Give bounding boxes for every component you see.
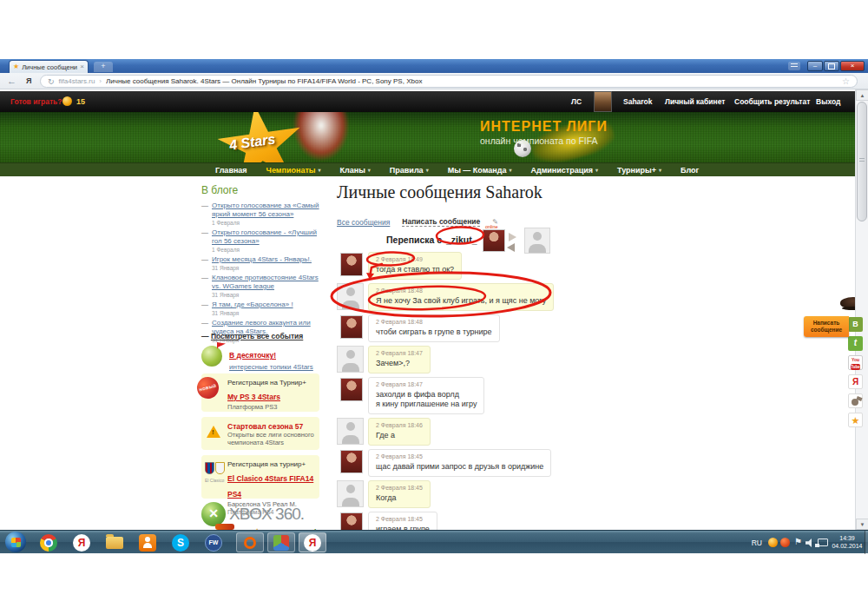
avatar-saharok[interactable] xyxy=(340,315,363,339)
nav-item-championships[interactable]: Чемпионаты xyxy=(266,166,321,175)
taskbar-explorer-icon[interactable] xyxy=(104,532,125,552)
avatar-zikut[interactable] xyxy=(337,283,364,310)
taskbar-chrome-icon[interactable] xyxy=(38,532,59,552)
youtube-icon[interactable]: You Tube xyxy=(848,355,863,370)
blog-link[interactable]: Открыто голосование за «Самый яркий моме… xyxy=(212,202,325,219)
nav-item-rules[interactable]: Правила xyxy=(390,166,429,175)
nav-item-tournaments[interactable]: Турниры+ xyxy=(617,166,661,175)
tab-close-icon[interactable]: × xyxy=(80,63,84,70)
top10-link[interactable]: В десяточку! xyxy=(229,351,276,360)
nav-item-clans[interactable]: Кланы xyxy=(340,166,371,175)
new-tab-button[interactable]: + xyxy=(94,62,113,72)
vk-icon[interactable]: В xyxy=(848,317,863,332)
taskbar-yandex-browser-active-icon[interactable]: Я xyxy=(299,532,326,552)
star-icon[interactable]: ★ xyxy=(848,413,863,427)
topbar-link-username[interactable]: Saharok xyxy=(623,97,653,106)
topbar-link-exit[interactable]: Выход xyxy=(816,97,840,106)
top10-sub-link[interactable]: интересные топики 4Stars xyxy=(229,363,313,371)
scroll-up-icon[interactable]: ▲ xyxy=(856,89,868,101)
url-separator: › xyxy=(99,77,102,85)
volume-icon[interactable] xyxy=(806,539,814,547)
start-button[interactable] xyxy=(5,532,26,552)
action-center-flag-icon[interactable]: ⚑ xyxy=(794,537,802,546)
nav-item-home[interactable]: Главная xyxy=(215,166,247,175)
ps3-tournament-link[interactable]: My PS 3 4Stars xyxy=(227,393,280,401)
message-row: 2 Февраля 18:46 Где а xyxy=(337,418,701,446)
yandex-icon[interactable]: Я xyxy=(848,374,863,389)
whistle-icon[interactable] xyxy=(848,393,863,408)
peer-name[interactable]: _zikut_ xyxy=(446,235,477,245)
taskbar: Я S FW Я RU ⚑ 14:39 04.02.2014 xyxy=(0,530,868,553)
avatar-zikut[interactable] xyxy=(524,228,550,254)
yandex-button[interactable]: Я xyxy=(26,76,31,85)
promo-season57: Стартовал сезона 57 Открыты все лиги осн… xyxy=(201,417,319,450)
taskbar-origin-icon[interactable] xyxy=(236,532,264,552)
minimize-button[interactable]: – xyxy=(807,61,823,71)
all-events-link[interactable]: — Посмотреть все события xyxy=(201,332,303,340)
blog-link[interactable]: Клановое противостояние 4Stars vs. WGame… xyxy=(212,274,325,291)
club-crests-icon: El Clasico xyxy=(205,462,227,483)
el-clasico-link[interactable]: El Clasico 4Stars FIFA14 PS4 xyxy=(227,474,313,499)
refresh-icon[interactable]: ↻ xyxy=(48,77,55,86)
avatar-saharok[interactable] xyxy=(340,253,363,276)
taskbar-yandex-browser-icon[interactable]: Я xyxy=(71,532,92,552)
back-icon[interactable]: ← xyxy=(7,76,16,86)
topbar-link-ls[interactable]: ЛС xyxy=(571,97,582,106)
bookmark-star-icon[interactable]: ☆ xyxy=(842,76,850,86)
banner-title: ИНТЕРНЕТ ЛИГИ xyxy=(480,119,608,135)
message-row: 2 Февраля 18:47 захолди в фифа ворлд я к… xyxy=(337,377,701,414)
avatar-zikut[interactable] xyxy=(337,346,364,373)
scroll-down-icon[interactable]: ▼ xyxy=(856,519,868,530)
write-message-link[interactable]: Написать сообщение xyxy=(402,217,480,227)
taskbar-odnoklassniki-icon[interactable] xyxy=(137,532,158,552)
tray-app-icon[interactable] xyxy=(768,538,778,547)
sidebar: В блоге — Открыто голосование за «Самый … xyxy=(201,184,325,346)
tray-origin-icon[interactable] xyxy=(780,538,790,547)
blog-link[interactable]: Я там, где «Барселона» ! xyxy=(212,301,293,309)
arrow-left-icon xyxy=(507,243,515,252)
blog-item: — Игрок месяца 4Stars - Январь!. 31 Янва… xyxy=(201,255,325,271)
language-indicator[interactable]: RU xyxy=(752,539,762,547)
avatar-saharok[interactable] xyxy=(483,229,505,252)
show-desktop-button[interactable] xyxy=(865,531,868,554)
message-date: 2 Февраля 18:49 xyxy=(376,256,454,263)
close-button[interactable]: × xyxy=(840,61,865,71)
all-messages-link[interactable]: Все сообщения xyxy=(337,218,390,227)
browser-toolbar: ← Я ↻ fifa4stars.ru › Личные сообщения S… xyxy=(0,73,868,89)
avatar-zikut[interactable] xyxy=(337,418,364,445)
taskbar-skype-icon[interactable]: S xyxy=(170,532,191,552)
flag-icon xyxy=(217,342,226,349)
clock[interactable]: 14:39 04.02.2014 xyxy=(830,534,865,550)
network-icon[interactable] xyxy=(818,539,828,546)
taskbar-game-icon[interactable] xyxy=(267,532,295,552)
message-bubble: 2 Февраля 18:47 Зачем>,? xyxy=(368,346,431,373)
blog-item: — Открыто голосование - «Лучший гол 56 с… xyxy=(201,228,325,253)
write-message-tab[interactable]: Написать сообщение xyxy=(804,316,849,337)
nav-item-administration[interactable]: Администрация xyxy=(530,166,598,175)
topbar-user-avatar[interactable] xyxy=(594,91,612,112)
avatar-saharok[interactable] xyxy=(340,450,363,473)
nav-item-blog[interactable]: Блог xyxy=(681,166,699,175)
page-scrollbar[interactable]: ▲ ▼ xyxy=(855,89,868,530)
tab-title: Личные сообщения xyxy=(22,63,77,71)
scrollbar-thumb[interactable] xyxy=(857,102,867,221)
banner-player-image xyxy=(293,112,349,161)
browser-tab[interactable]: ★ Личные сообщения × xyxy=(9,60,89,73)
avatar-zikut[interactable] xyxy=(337,480,364,507)
nav-item-team[interactable]: Мы — Команда xyxy=(448,166,512,175)
blog-link[interactable]: Открыто голосование - «Лучший гол 56 сез… xyxy=(212,228,325,246)
blog-date: 31 Января xyxy=(212,265,312,271)
maximize-button[interactable] xyxy=(824,61,839,71)
twitter-icon[interactable]: t xyxy=(848,336,863,351)
taskbar-fifa-world-icon[interactable]: FW xyxy=(203,532,224,552)
site-topbar: Готов играть? 15 ЛС Saharok Личный кабин… xyxy=(0,91,855,112)
topbar-link-cabinet[interactable]: Личный кабинет xyxy=(665,97,725,106)
browser-menu-icon[interactable] xyxy=(788,62,800,70)
avatar-saharok[interactable] xyxy=(340,378,363,401)
system-tray: RU ⚑ 14:39 04.02.2014 xyxy=(717,531,865,554)
url-bar[interactable]: ↻ fifa4stars.ru › Личные сообщения Sahar… xyxy=(40,75,858,88)
blog-date: 1 Февраля xyxy=(212,247,325,253)
topbar-link-report[interactable]: Сообщить результат xyxy=(734,97,810,106)
blog-link[interactable]: Игрок месяца 4Stars - Январь!. xyxy=(212,255,312,264)
ready-to-play-link[interactable]: Готов играть? xyxy=(10,97,62,106)
